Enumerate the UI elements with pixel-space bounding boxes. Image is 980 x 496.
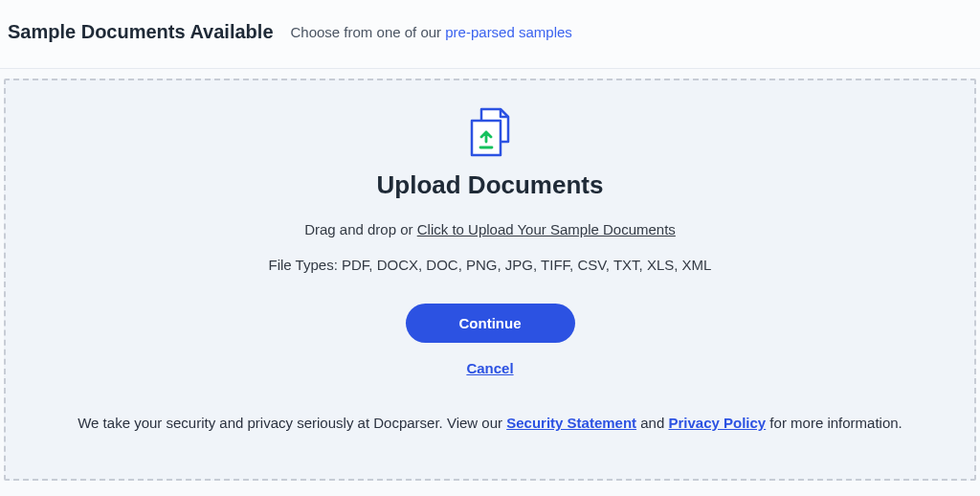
upload-documents-icon [462, 107, 518, 161]
continue-button[interactable]: Continue [406, 304, 575, 343]
privacy-policy-link[interactable]: Privacy Policy [668, 415, 766, 431]
filetypes-line: File Types: PDF, DOCX, DOC, PNG, JPG, TI… [269, 257, 712, 273]
click-to-upload-link[interactable]: Click to Upload Your Sample Documents [417, 221, 676, 237]
upload-dropzone[interactable]: Upload Documents Drag and drop or Click … [4, 79, 976, 481]
sample-docs-title: Sample Documents Available [8, 21, 274, 43]
drag-prefix: Drag and drop or [304, 221, 417, 237]
drag-drop-line: Drag and drop or Click to Upload Your Sa… [304, 221, 676, 237]
footer-prefix: We take your security and privacy seriou… [78, 415, 506, 431]
top-bar: Sample Documents Available Choose from o… [0, 0, 980, 69]
subtitle-prefix: Choose from one of our [291, 24, 446, 40]
cancel-link[interactable]: Cancel [466, 360, 513, 376]
security-statement-link[interactable]: Security Statement [506, 415, 636, 431]
security-footer: We take your security and privacy seriou… [78, 415, 902, 431]
sample-docs-subtitle: Choose from one of our pre-parsed sample… [291, 24, 572, 40]
preparsed-samples-link[interactable]: pre-parsed samples [445, 24, 572, 40]
footer-mid: and [636, 415, 668, 431]
upload-title: Upload Documents [377, 170, 604, 200]
footer-suffix: for more information. [766, 415, 902, 431]
